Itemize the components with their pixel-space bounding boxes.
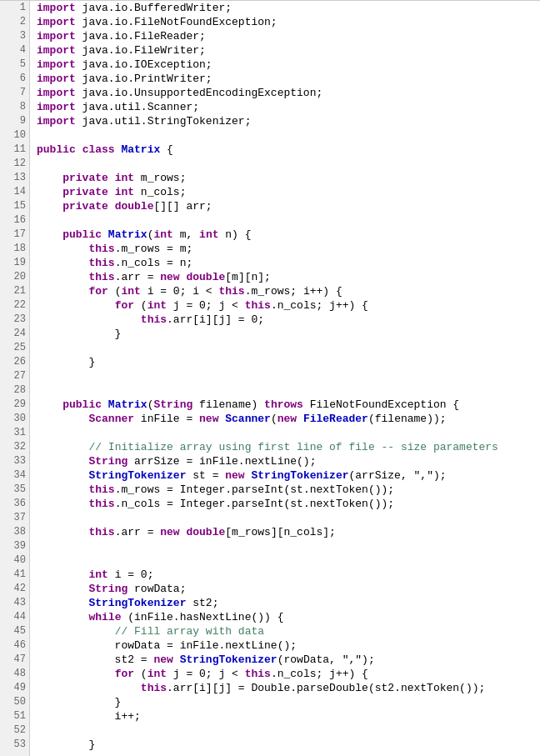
code-line-40	[37, 553, 540, 568]
normal-token	[37, 483, 88, 497]
normal-token: filename)	[192, 398, 264, 412]
normal-token: rowData;	[128, 582, 186, 596]
this-kw-token: this	[88, 242, 114, 256]
code-line-39	[37, 539, 540, 553]
normal-token	[37, 242, 88, 256]
kw-token: new	[160, 270, 179, 284]
this-kw-token: this	[245, 667, 271, 681]
code-line-5: import java.io.IOException;	[37, 58, 540, 72]
line-number-48: −48	[0, 667, 29, 681]
kw-token: int	[115, 171, 134, 185]
kw-token: import	[37, 100, 76, 114]
classname-token: StringTokenizer	[251, 468, 348, 483]
line-number-10: 10	[0, 128, 29, 143]
normal-token	[37, 412, 88, 426]
line-number-11: −11	[0, 143, 29, 157]
normal-token	[37, 497, 88, 511]
kw-token: String	[88, 454, 128, 468]
line-number-9: 9	[0, 114, 29, 128]
comment-token: // Fill array with data	[115, 624, 264, 638]
line-number-18: 18	[0, 242, 29, 256]
kw-token: String	[153, 398, 192, 412]
normal-token: j = 0; j <	[167, 667, 245, 681]
normal-token: (	[148, 398, 154, 412]
normal-token: m_rows;	[134, 171, 186, 185]
line-number-53: 53	[0, 738, 29, 752]
line-number-27: 27	[0, 369, 29, 383]
normal-token: java.util.StringTokenizer;	[76, 114, 252, 128]
code-line-48: for (int j = 0; j < this.n_cols; j++) {	[37, 667, 540, 681]
normal-token	[180, 270, 187, 284]
normal-token: .arr[i][j] = Double.parseDouble(st2.next…	[167, 681, 485, 695]
this-kw-token: this	[88, 497, 114, 511]
code-line-47: st2 = new StringTokenizer(rowData, ",");	[37, 653, 540, 667]
normal-token: }	[37, 738, 95, 752]
normal-token: .m_rows; i++) {	[245, 284, 342, 298]
kw-token: import	[37, 72, 76, 86]
classname-token: Matrix	[108, 228, 148, 242]
line-number-37: 37	[0, 511, 29, 525]
kw-token: new	[160, 525, 179, 539]
code-line-25	[37, 341, 540, 355]
normal-token: st =	[186, 468, 225, 483]
code-line-8: import java.util.Scanner;	[37, 100, 540, 114]
line-number-50: 50	[0, 695, 29, 709]
code-line-1: import java.io.BufferedWriter;	[37, 1, 540, 15]
normal-token: n_cols;	[134, 185, 186, 199]
kw-token: import	[37, 58, 76, 72]
normal-token	[37, 468, 88, 483]
code-line-46: rowData = inFile.nextLine();	[37, 638, 540, 653]
kw-token: import	[37, 86, 76, 100]
code-line-41: int i = 0;	[37, 568, 540, 582]
this-kw-token: this	[218, 284, 244, 298]
normal-token	[115, 143, 122, 157]
line-number-23: 23	[0, 313, 29, 327]
line-number-24: 24	[0, 327, 29, 341]
normal-token: arrSize = inFile.nextLine();	[128, 454, 316, 468]
code-editor: 12345678910−111213141516−17181920−21−222…	[0, 0, 540, 756]
kw-token: int	[153, 228, 172, 242]
code-line-22: for (int j = 0; j < this.n_cols; j++) {	[37, 298, 540, 313]
classname-token: Matrix	[108, 398, 148, 412]
line-number-32: 32	[0, 440, 29, 454]
normal-token	[108, 199, 115, 213]
code-line-15: private double[][] arr;	[37, 199, 540, 213]
code-line-18: this.m_rows = m;	[37, 242, 540, 256]
normal-token	[245, 468, 252, 483]
comment-token: // Initialize array using first line of …	[88, 440, 498, 454]
normal-token: java.io.FileNotFoundException;	[76, 15, 278, 29]
normal-token	[102, 398, 108, 412]
code-line-33: String arrSize = inFile.nextLine();	[37, 454, 540, 468]
kw-token: for	[115, 667, 134, 681]
normal-token	[37, 610, 88, 624]
normal-token	[37, 228, 62, 242]
normal-token: java.io.BufferedWriter;	[76, 1, 232, 15]
kw-token: int	[88, 568, 108, 582]
normal-token: [m_rows][n_cols];	[225, 525, 336, 539]
normal-token	[37, 398, 62, 412]
line-number-7: 7	[0, 86, 29, 100]
code-line-29: public Matrix(String filename) throws Fi…	[37, 398, 540, 412]
normal-token: .arr =	[115, 270, 161, 284]
kw-token: new	[153, 653, 172, 667]
normal-token: java.io.PrintWriter;	[76, 72, 212, 86]
line-number-22: −22	[0, 298, 29, 313]
line-number-52: 52	[0, 723, 29, 738]
normal-token	[218, 412, 225, 426]
line-number-21: −21	[0, 284, 29, 298]
kw-token: import	[37, 29, 76, 43]
line-number-43: 43	[0, 596, 29, 610]
normal-token: }	[37, 695, 121, 709]
line-number-17: −17	[0, 228, 29, 242]
code-line-6: import java.io.PrintWriter;	[37, 72, 540, 86]
code-line-27	[37, 369, 540, 383]
line-number-44: −44	[0, 610, 29, 624]
normal-token: n) {	[219, 228, 252, 242]
code-line-7: import java.io.UnsupportedEncodingExcept…	[37, 86, 540, 100]
kw-token: throws	[264, 398, 303, 412]
normal-token: i++;	[37, 709, 141, 723]
line-number-40: 40	[0, 553, 29, 568]
normal-token: st2;	[186, 596, 218, 610]
code-line-21: for (int i = 0; i < this.m_rows; i++) {	[37, 284, 540, 298]
line-number-5: 5	[0, 58, 29, 72]
